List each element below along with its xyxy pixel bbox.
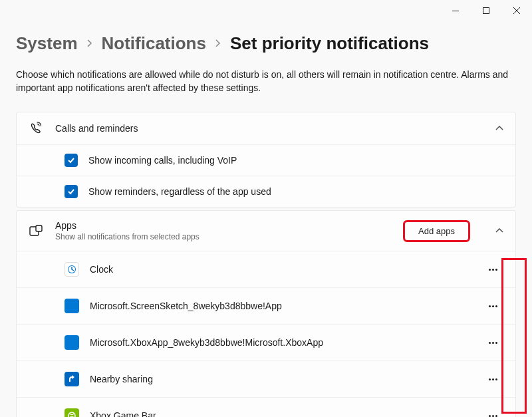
chevron-up-icon[interactable] (495, 226, 503, 235)
minimize-button[interactable] (440, 0, 471, 21)
chevron-right-icon (87, 38, 92, 50)
option-incoming-calls[interactable]: Show incoming calls, including VoIP (17, 144, 515, 176)
app-name: Microsoft.ScreenSketch_8wekyb3d8bbwe!App (90, 301, 471, 311)
calls-section-header[interactable]: Calls and reminders (17, 112, 515, 144)
checkbox-reminders[interactable] (65, 185, 78, 198)
apps-section-subtitle: Show all notifications from selected app… (55, 232, 392, 241)
apps-section-header[interactable]: Apps Show all notifications from selecte… (17, 211, 515, 251)
maximize-button[interactable] (471, 0, 501, 21)
more-options-button[interactable] (482, 297, 503, 315)
generic-app-icon (65, 299, 79, 313)
phone-icon (29, 122, 43, 135)
calls-reminders-section: Calls and reminders Show incoming calls,… (16, 112, 516, 208)
svg-rect-1 (483, 8, 489, 14)
page-title: Set priority notifications (230, 33, 429, 54)
option-reminders[interactable]: Show reminders, regardless of the app us… (17, 176, 515, 207)
app-row-xbox-gamebar: Xbox Game Bar (17, 397, 515, 417)
app-row-xboxapp: Microsoft.XboxApp_8wekyb3d8bbwe!Microsof… (17, 324, 515, 360)
clock-icon (65, 262, 79, 277)
apps-section-title: Apps (55, 220, 392, 231)
checkbox-incoming-calls[interactable] (65, 154, 78, 167)
more-options-button[interactable] (482, 260, 503, 279)
more-options-button[interactable] (482, 406, 503, 417)
app-name: Microsoft.XboxApp_8wekyb3d8bbwe!Microsof… (90, 337, 471, 348)
generic-app-icon (65, 335, 79, 350)
app-row-clock: Clock (17, 251, 515, 287)
svg-rect-3 (36, 225, 42, 231)
window-controls (440, 0, 532, 21)
more-options-button[interactable] (482, 370, 503, 388)
app-name: Nearby sharing (90, 374, 471, 384)
option-label: Show reminders, regardless of the app us… (88, 186, 503, 197)
more-options-button[interactable] (482, 333, 503, 352)
calls-section-title: Calls and reminders (55, 123, 469, 134)
chevron-up-icon[interactable] (495, 124, 503, 133)
breadcrumb: System Notifications Set priority notifi… (16, 33, 516, 54)
breadcrumb-system[interactable]: System (16, 33, 78, 54)
app-row-nearby: Nearby sharing (17, 360, 515, 397)
apps-section: Apps Show all notifications from selecte… (16, 210, 516, 417)
app-name: Xbox Game Bar (90, 410, 471, 417)
add-apps-button[interactable]: Add apps (404, 221, 469, 241)
page-description: Choose which notifications are allowed w… (16, 69, 516, 94)
svg-rect-0 (452, 11, 459, 11)
share-icon (65, 372, 79, 386)
chevron-right-icon (215, 38, 221, 50)
app-row-screensketch: Microsoft.ScreenSketch_8wekyb3d8bbwe!App (17, 287, 515, 324)
app-name: Clock (90, 264, 471, 275)
xbox-icon (65, 408, 79, 417)
close-button[interactable] (501, 0, 532, 21)
breadcrumb-notifications[interactable]: Notifications (102, 33, 206, 54)
option-label: Show incoming calls, including VoIP (88, 155, 503, 166)
apps-icon (29, 225, 43, 237)
